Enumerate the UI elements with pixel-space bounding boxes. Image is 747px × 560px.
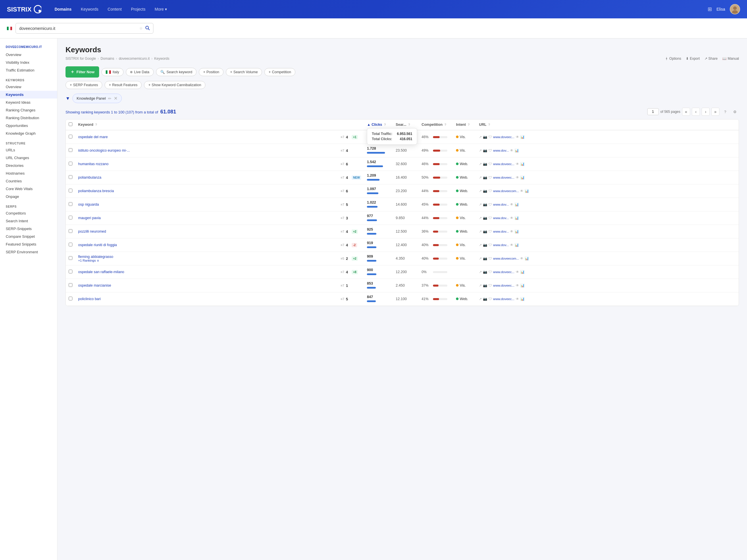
sidebar-item-featured-snippets[interactable]: Featured Snippets — [0, 240, 57, 248]
th-clicks[interactable]: ▲ Clicks ? Total Traffic: 6.953.561 T — [364, 119, 393, 130]
external-link-icon[interactable]: ↗ — [479, 176, 482, 180]
keyword-text[interactable]: maugeri pavia — [78, 216, 101, 220]
row-checkbox[interactable] — [69, 175, 72, 179]
keyword-text[interactable]: ospedale del mare — [78, 135, 108, 139]
search-volume-filter[interactable]: + Search Volume — [226, 68, 262, 76]
url-text[interactable]: www.doveec... — [493, 284, 514, 287]
external-link-icon[interactable]: ↗ — [479, 230, 482, 234]
chart-icon[interactable]: 📊 — [515, 230, 519, 234]
th-intent[interactable]: Intent ? — [453, 119, 476, 130]
cannibalization-chip[interactable]: + Show Keyword Cannibalization — [144, 81, 205, 89]
star-icon[interactable]: ☆ — [139, 26, 143, 30]
chart-icon[interactable]: 📊 — [515, 216, 519, 220]
url-text[interactable]: www.dov... — [493, 243, 509, 247]
camera-icon[interactable]: 📷 — [483, 243, 487, 247]
select-all-checkbox[interactable] — [69, 122, 72, 126]
chart-icon[interactable]: 📊 — [520, 135, 525, 139]
sidebar-item-core-web[interactable]: Core Web Vitals — [0, 185, 57, 193]
row-checkbox[interactable] — [69, 189, 72, 192]
shield-icon[interactable]: 🛡 — [488, 243, 492, 247]
shield-icon[interactable]: 🛡 — [488, 162, 492, 166]
sidebar-item-kw-ideas[interactable]: Keyword Ideas — [0, 99, 57, 106]
external-link-icon[interactable]: ↗ — [479, 243, 482, 247]
camera-icon[interactable]: 📷 — [483, 162, 487, 166]
eye-icon[interactable]: 👁 — [516, 270, 519, 274]
eye-icon[interactable]: 👁 — [516, 135, 519, 139]
eye-icon[interactable]: 👁 — [516, 162, 519, 166]
breadcrumb-sistrix[interactable]: SISTRIX for Google — [66, 57, 96, 61]
keyword-text[interactable]: ospedale san raffaele-milano — [78, 270, 124, 274]
row-checkbox[interactable] — [69, 283, 72, 287]
position-filter[interactable]: + Position — [199, 68, 224, 76]
filter-now-button[interactable]: ＋ Filter Now — [66, 66, 99, 78]
chart-icon[interactable]: 📊 — [525, 257, 529, 261]
url-text[interactable]: www.dov... — [493, 149, 509, 152]
external-link-icon[interactable]: ↗ — [479, 162, 482, 166]
external-link-icon[interactable]: ↗ — [479, 297, 482, 301]
avatar[interactable] — [730, 4, 740, 15]
url-text[interactable]: www.doveecom... — [493, 257, 519, 260]
eye-icon[interactable]: 👁 — [516, 297, 519, 301]
row-checkbox[interactable] — [69, 297, 72, 300]
external-link-icon[interactable]: ↗ — [479, 149, 482, 153]
chart-icon[interactable]: 📊 — [520, 176, 525, 180]
eye-icon[interactable]: 👁 — [510, 243, 513, 247]
row-checkbox[interactable] — [69, 216, 72, 219]
shield-icon[interactable]: 🛡 — [488, 297, 492, 301]
nav-content[interactable]: Content — [104, 5, 126, 14]
page-input[interactable] — [647, 108, 659, 115]
edit-filter-icon[interactable]: ✏ — [108, 96, 111, 101]
shield-icon[interactable]: 🛡 — [488, 203, 492, 207]
settings-icon[interactable]: ⚙ — [731, 108, 739, 116]
chart-icon[interactable]: 📊 — [520, 297, 525, 301]
external-link-icon[interactable]: ↗ — [479, 189, 482, 193]
search-kw-chip[interactable]: 🔍 Search keyword — [156, 68, 197, 76]
chart-icon[interactable]: 📊 — [515, 203, 519, 207]
keyword-text[interactable]: fleming abbiategrasso — [78, 255, 113, 259]
external-link-icon[interactable]: ↗ — [479, 135, 482, 139]
sidebar-item-onpage[interactable]: Onpage — [0, 193, 57, 201]
url-text[interactable]: www.doveec... — [493, 270, 514, 274]
serp-features-chip[interactable]: + SERP Features — [66, 81, 102, 89]
url-text[interactable]: www.doveec... — [493, 176, 514, 179]
export-btn[interactable]: ⬇ Export — [686, 57, 700, 61]
sidebar-item-traffic[interactable]: Traffic Estimation — [0, 66, 57, 74]
camera-icon[interactable]: 📷 — [483, 230, 487, 234]
external-link-icon[interactable]: ↗ — [479, 284, 482, 288]
page-first-btn[interactable]: « — [682, 108, 690, 116]
data-mode-chip[interactable]: Live Data — [126, 68, 154, 76]
camera-icon[interactable]: 📷 — [483, 149, 487, 153]
keyword-text[interactable]: osp niguarda — [78, 203, 99, 207]
sidebar-item-competitors[interactable]: Competitors — [0, 209, 57, 217]
keyword-text[interactable]: pozzilli neuromed — [78, 230, 106, 234]
eye-icon[interactable]: 👁 — [510, 203, 513, 207]
chart-icon[interactable]: 📊 — [515, 149, 519, 153]
url-help-icon[interactable]: ? — [488, 123, 490, 126]
sidebar-item-ranking-dist[interactable]: Ranking Distribution — [0, 114, 57, 122]
shield-icon[interactable]: 🛡 — [488, 149, 492, 153]
eye-icon[interactable]: 👁 — [516, 284, 519, 288]
sidebar-item-compare-snippet[interactable]: Compare Snippet — [0, 233, 57, 240]
eye-icon[interactable]: 👁 — [510, 149, 513, 153]
camera-icon[interactable]: 📷 — [483, 284, 487, 288]
shield-icon[interactable]: 🛡 — [488, 230, 492, 234]
camera-icon[interactable]: 📷 — [483, 203, 487, 207]
camera-icon[interactable]: 📷 — [483, 257, 487, 261]
row-checkbox[interactable] — [69, 202, 72, 206]
keyword-text[interactable]: poliambulanza brescia — [78, 189, 114, 193]
camera-icon[interactable]: 📷 — [483, 135, 487, 139]
help-icon[interactable]: ? — [721, 108, 729, 116]
row-checkbox[interactable] — [69, 148, 72, 152]
intent-help-icon[interactable]: ? — [468, 123, 470, 126]
shield-icon[interactable]: 🛡 — [488, 284, 492, 288]
sidebar-item-serp-environment[interactable]: SERP Environment — [0, 248, 57, 256]
search-input[interactable] — [19, 26, 137, 31]
shield-icon[interactable]: 🛡 — [488, 216, 492, 220]
sidebar-item-visibility[interactable]: Visibility Index — [0, 59, 57, 66]
searchvol-help-icon[interactable]: ? — [408, 123, 410, 126]
nav-domains[interactable]: Domains — [51, 5, 76, 14]
sidebar-item-opportunities[interactable]: Opportunities — [0, 122, 57, 130]
camera-icon[interactable]: 📷 — [483, 270, 487, 274]
url-text[interactable]: www.doveecom... — [493, 189, 519, 193]
eye-icon[interactable]: 👁 — [510, 216, 513, 220]
